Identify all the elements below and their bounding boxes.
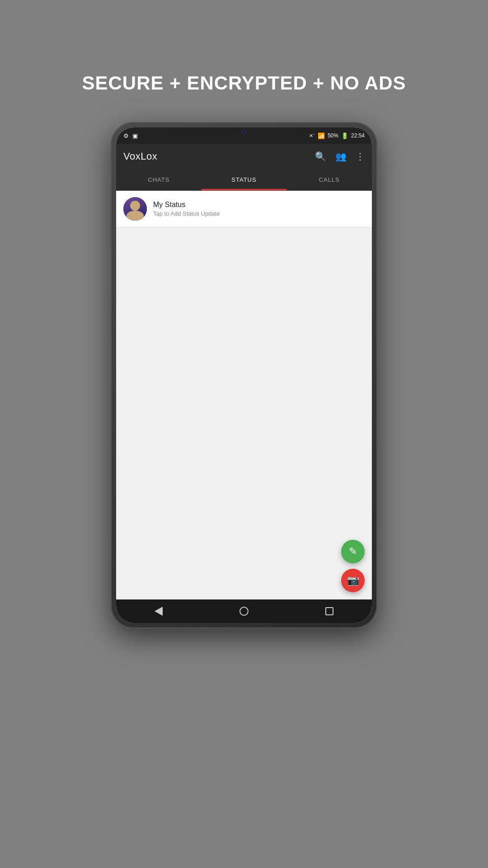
search-icon[interactable]: 🔍	[315, 151, 326, 162]
app-bar: VoxLox 🔍 👥 ⋮	[116, 144, 372, 169]
wifi-icon: 📶	[318, 132, 325, 139]
my-status-name: My Status	[153, 201, 220, 209]
more-options-icon[interactable]: ⋮	[356, 151, 365, 162]
my-status-subtitle: Tap to Add Status Update	[153, 210, 220, 217]
page-background: SECURE + ENCRYPTED + NO ADS ⚙ ▣ ✕ʼ 📶 50%	[0, 0, 488, 868]
fab-container: ✎ 📷	[341, 540, 365, 592]
edit-icon: ✎	[349, 546, 357, 557]
status-bar-left: ⚙ ▣	[123, 132, 138, 139]
status-bar-right: ✕ʼ 📶 50% 🔋 22:54	[309, 132, 365, 139]
recents-nav-button[interactable]	[325, 607, 333, 615]
settings-status-icon: ⚙	[123, 132, 129, 139]
tab-chats[interactable]: CHATS	[116, 169, 202, 190]
camera-icon: 📷	[347, 575, 359, 586]
image-status-icon: ▣	[132, 132, 138, 139]
add-contact-icon[interactable]: 👥	[335, 151, 347, 162]
content-area: My Status Tap to Add Status Update ✎ 📷	[116, 191, 372, 599]
tablet-device: ⚙ ▣ ✕ʼ 📶 50% 🔋 22:54 VoxLox 🔍	[111, 122, 377, 628]
headline: SECURE + ENCRYPTED + NO ADS	[0, 72, 488, 94]
status-text-group: My Status Tap to Add Status Update	[153, 201, 220, 217]
avatar-figure	[123, 197, 147, 221]
app-bar-actions: 🔍 👥 ⋮	[315, 151, 365, 162]
my-status-row[interactable]: My Status Tap to Add Status Update	[116, 191, 372, 227]
battery-icon: 🔋	[341, 132, 348, 139]
tab-calls[interactable]: CALLS	[286, 169, 372, 190]
back-nav-button[interactable]	[155, 607, 163, 616]
tab-status[interactable]: STATUS	[202, 169, 287, 190]
tablet-screen: ⚙ ▣ ✕ʼ 📶 50% 🔋 22:54 VoxLox 🔍	[116, 127, 372, 623]
avatar	[123, 197, 147, 221]
edit-fab-button[interactable]: ✎	[341, 540, 365, 563]
tab-bar: CHATS STATUS CALLS	[116, 169, 372, 191]
signal-icon: ✕ʼ	[309, 133, 315, 139]
tablet-shell: ⚙ ▣ ✕ʼ 📶 50% 🔋 22:54 VoxLox 🔍	[111, 122, 377, 628]
app-title: VoxLox	[123, 151, 315, 162]
time-display: 22:54	[351, 132, 365, 139]
nav-bar	[116, 599, 372, 623]
battery-percent: 50%	[328, 132, 338, 139]
home-nav-button[interactable]	[239, 607, 249, 616]
camera-fab-button[interactable]: 📷	[341, 569, 365, 592]
tablet-camera	[242, 129, 246, 134]
